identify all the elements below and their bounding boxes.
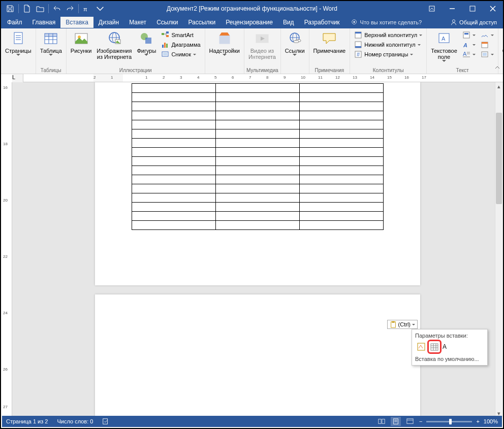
zoom-in-button[interactable]: + [476,418,479,424]
tab-review[interactable]: Рецензирование [220,17,278,28]
table-cell[interactable] [216,221,300,230]
table-cell[interactable] [132,111,216,120]
table-cell[interactable] [216,157,300,166]
page-number-button[interactable]: #Номер страницы [352,50,424,59]
table-cell[interactable] [300,148,384,157]
word-count[interactable]: Число слов: 0 [57,418,93,424]
close-button[interactable] [483,1,503,16]
table-cell[interactable] [132,102,216,111]
tab-layout[interactable]: Макет [124,17,151,28]
textbox-button[interactable]: A Текстовое поле [429,29,459,63]
vertical-ruler[interactable]: 16182022242627 [1,82,12,417]
comment-button[interactable]: Примечание [311,29,348,55]
table-row[interactable] [132,129,384,139]
paste-merge-formatting[interactable] [428,341,440,353]
zoom-level[interactable]: 100% [484,418,498,424]
table-cell[interactable] [300,129,384,139]
shapes-button[interactable]: Фигуры [135,29,158,57]
zoom-out-button[interactable]: − [419,418,422,424]
new-doc-button[interactable] [21,3,33,15]
horizontal-ruler[interactable]: L 211234567891011121314151617 [12,74,503,82]
table-cell[interactable] [132,84,216,93]
tell-me-search[interactable]: Что вы хотите сделать? [351,19,422,26]
table-cell[interactable] [132,148,216,157]
redo-button[interactable] [64,3,76,15]
quickparts-button[interactable] [460,30,478,40]
wordart-button[interactable]: A [460,40,478,49]
table-cell[interactable] [300,139,384,148]
collapse-ribbon-button[interactable] [495,65,500,72]
table-cell[interactable] [300,212,384,221]
vertical-scrollbar[interactable]: ▴ ▾ [495,82,503,417]
table-cell[interactable] [216,84,300,93]
table-row[interactable] [132,203,384,212]
table-cell[interactable] [216,139,300,148]
table-cell[interactable] [300,111,384,120]
tab-references[interactable]: Ссылки [151,17,183,28]
equation-button[interactable]: π [81,3,93,15]
smartart-button[interactable]: SmartArt [159,30,202,40]
table-row[interactable] [132,139,384,148]
table-cell[interactable] [216,129,300,139]
tab-home[interactable]: Главная [27,17,61,28]
online-video-button[interactable]: Видео из Интернета [246,29,278,61]
table-cell[interactable] [216,120,300,129]
tab-view[interactable]: Вид [278,17,299,28]
table-cell[interactable] [300,120,384,129]
table-cell[interactable] [300,175,384,184]
table-row[interactable] [132,184,384,193]
table-row[interactable] [132,212,384,221]
table-cell[interactable] [132,175,216,184]
tab-mailings[interactable]: Рассылки [183,17,220,28]
tab-file[interactable]: Файл [2,17,27,28]
paste-text-only[interactable]: A [443,343,447,350]
table-row[interactable] [132,193,384,203]
table-button[interactable]: Таблица [38,29,64,57]
table-cell[interactable] [300,157,384,166]
tab-design[interactable]: Дизайн [93,17,124,28]
table-cell[interactable] [216,166,300,175]
symbols-button[interactable]: Ω Символы [500,29,504,57]
table-cell[interactable] [216,203,300,212]
maximize-button[interactable] [462,1,483,16]
signature-button[interactable] [479,30,496,40]
table-cell[interactable] [300,221,384,230]
table-cell[interactable] [300,84,384,93]
table-row[interactable] [132,84,384,93]
print-layout-button[interactable] [391,417,401,426]
table-cell[interactable] [132,221,216,230]
table-row[interactable] [132,166,384,175]
undo-button[interactable] [51,3,63,15]
screenshot-button[interactable]: Снимок [159,50,202,59]
table-row[interactable] [132,148,384,157]
table-cell[interactable] [132,203,216,212]
web-layout-button[interactable] [405,417,415,426]
table-cell[interactable] [216,184,300,193]
scroll-thumb[interactable] [496,113,502,204]
page-status[interactable]: Страница 1 из 2 [6,418,48,424]
paste-options-tag[interactable]: (Ctrl) [387,320,418,329]
tab-developer[interactable]: Разработчик [299,17,345,28]
table-cell[interactable] [132,139,216,148]
tab-insert[interactable]: Вставка [60,17,93,28]
paste-set-default[interactable]: Вставка по умолчанию... [415,356,484,362]
zoom-slider[interactable] [426,421,472,422]
pages-button[interactable]: Страницы [3,29,34,57]
qat-customize[interactable] [94,3,106,15]
table-row[interactable] [132,175,384,184]
table-cell[interactable] [132,157,216,166]
table-cell[interactable] [300,203,384,212]
datetime-button[interactable] [479,40,496,49]
table-cell[interactable] [300,193,384,203]
table-cell[interactable] [216,175,300,184]
table-cell[interactable] [300,93,384,102]
ribbon-display-options[interactable] [422,1,442,16]
object-button[interactable] [479,50,496,59]
document-area[interactable]: (Ctrl) Параметры вставки: A Вставка по у… [12,82,503,417]
table-row[interactable] [132,93,384,102]
paste-keep-source[interactable] [415,341,427,353]
table-row[interactable] [132,157,384,166]
table-cell[interactable] [216,193,300,203]
save-button[interactable] [4,3,16,15]
proofing-icon[interactable] [102,418,109,425]
